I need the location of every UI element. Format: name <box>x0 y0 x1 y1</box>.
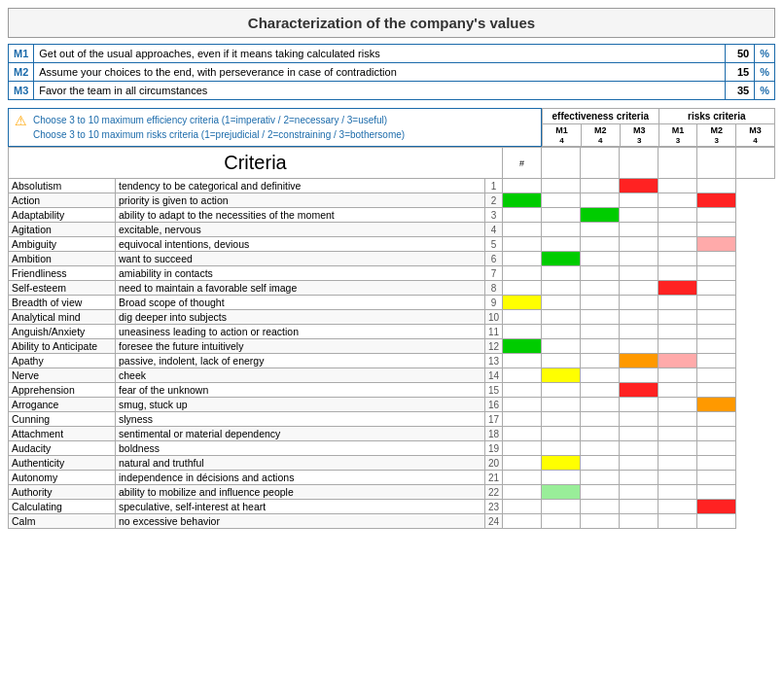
risk-m2-cell[interactable] <box>658 252 697 266</box>
risk-m2-cell[interactable] <box>658 208 697 223</box>
risk-m2-cell[interactable] <box>658 179 697 193</box>
risk-m3-cell[interactable] <box>697 266 736 281</box>
risk-m3-cell[interactable] <box>697 281 736 296</box>
risk-m1-cell[interactable] <box>620 456 658 471</box>
risk-m1-cell[interactable] <box>620 223 658 237</box>
eff-m2-cell[interactable] <box>542 223 581 237</box>
eff-m2-cell[interactable] <box>542 398 581 412</box>
risk-m1-cell[interactable] <box>620 514 658 529</box>
risk-m1-cell[interactable] <box>620 296 658 310</box>
eff-m3-cell[interactable] <box>581 500 620 514</box>
risk-m3-cell[interactable] <box>697 471 736 485</box>
eff-m3-cell[interactable] <box>581 368 620 383</box>
eff-m1-cell[interactable] <box>503 179 542 193</box>
eff-m2-cell[interactable] <box>542 339 581 354</box>
risk-m3-cell[interactable] <box>697 383 736 398</box>
risk-m3-cell[interactable] <box>697 208 736 223</box>
risk-m2-cell[interactable] <box>658 471 697 485</box>
eff-m1-cell[interactable] <box>503 266 542 281</box>
eff-m2-cell[interactable] <box>542 281 581 296</box>
risk-m1-cell[interactable] <box>620 252 658 266</box>
eff-m2-cell[interactable] <box>542 427 581 441</box>
risk-m1-cell[interactable] <box>620 383 658 398</box>
eff-m1-cell[interactable] <box>503 368 542 383</box>
eff-m1-cell[interactable] <box>503 412 542 427</box>
eff-m2-cell[interactable] <box>542 296 581 310</box>
risk-m2-cell[interactable] <box>658 398 697 412</box>
eff-m1-cell[interactable] <box>503 310 542 325</box>
eff-m1-cell[interactable] <box>503 296 542 310</box>
eff-m3-cell[interactable] <box>581 456 620 471</box>
risk-m1-cell[interactable] <box>620 237 658 252</box>
risk-m3-cell[interactable] <box>697 179 736 193</box>
eff-m2-cell[interactable] <box>542 368 581 383</box>
risk-m3-cell[interactable] <box>697 193 736 208</box>
risk-m3-cell[interactable] <box>697 368 736 383</box>
risk-m2-cell[interactable] <box>658 296 697 310</box>
risk-m1-cell[interactable] <box>620 193 658 208</box>
eff-m3-cell[interactable] <box>581 266 620 281</box>
risk-m1-cell[interactable] <box>620 427 658 441</box>
risk-m2-cell[interactable] <box>658 456 697 471</box>
eff-m1-cell[interactable] <box>503 281 542 296</box>
eff-m3-cell[interactable] <box>581 193 620 208</box>
eff-m2-cell[interactable] <box>542 237 581 252</box>
eff-m1-cell[interactable] <box>503 208 542 223</box>
eff-m1-cell[interactable] <box>503 325 542 339</box>
eff-m2-cell[interactable] <box>542 193 581 208</box>
risk-m2-cell[interactable] <box>658 310 697 325</box>
eff-m2-cell[interactable] <box>542 514 581 529</box>
risk-m1-cell[interactable] <box>620 179 658 193</box>
risk-m3-cell[interactable] <box>697 252 736 266</box>
eff-m3-cell[interactable] <box>581 398 620 412</box>
eff-m2-cell[interactable] <box>542 471 581 485</box>
risk-m1-cell[interactable] <box>620 500 658 514</box>
risk-m3-cell[interactable] <box>697 485 736 500</box>
risk-m3-cell[interactable] <box>697 354 736 368</box>
risk-m3-cell[interactable] <box>697 296 736 310</box>
risk-m1-cell[interactable] <box>620 281 658 296</box>
eff-m2-cell[interactable] <box>542 485 581 500</box>
risk-m3-cell[interactable] <box>697 237 736 252</box>
risk-m2-cell[interactable] <box>658 339 697 354</box>
eff-m1-cell[interactable] <box>503 456 542 471</box>
risk-m1-cell[interactable] <box>620 441 658 456</box>
eff-m3-cell[interactable] <box>581 252 620 266</box>
risk-m1-cell[interactable] <box>620 354 658 368</box>
eff-m2-cell[interactable] <box>542 179 581 193</box>
eff-m2-cell[interactable] <box>542 208 581 223</box>
risk-m2-cell[interactable] <box>658 223 697 237</box>
risk-m3-cell[interactable] <box>697 412 736 427</box>
risk-m1-cell[interactable] <box>620 339 658 354</box>
eff-m1-cell[interactable] <box>503 383 542 398</box>
risk-m2-cell[interactable] <box>658 485 697 500</box>
risk-m2-cell[interactable] <box>658 500 697 514</box>
eff-m1-cell[interactable] <box>503 441 542 456</box>
risk-m2-cell[interactable] <box>658 193 697 208</box>
risk-m2-cell[interactable] <box>658 281 697 296</box>
risk-m1-cell[interactable] <box>620 325 658 339</box>
eff-m2-cell[interactable] <box>542 310 581 325</box>
risk-m3-cell[interactable] <box>697 310 736 325</box>
eff-m1-cell[interactable] <box>503 223 542 237</box>
eff-m2-cell[interactable] <box>542 266 581 281</box>
eff-m3-cell[interactable] <box>581 296 620 310</box>
eff-m2-cell[interactable] <box>542 456 581 471</box>
risk-m1-cell[interactable] <box>620 398 658 412</box>
eff-m1-cell[interactable] <box>503 339 542 354</box>
risk-m3-cell[interactable] <box>697 456 736 471</box>
risk-m3-cell[interactable] <box>697 514 736 529</box>
risk-m3-cell[interactable] <box>697 427 736 441</box>
eff-m1-cell[interactable] <box>503 193 542 208</box>
eff-m2-cell[interactable] <box>542 325 581 339</box>
eff-m3-cell[interactable] <box>581 485 620 500</box>
eff-m2-cell[interactable] <box>542 441 581 456</box>
eff-m3-cell[interactable] <box>581 514 620 529</box>
risk-m2-cell[interactable] <box>658 368 697 383</box>
risk-m2-cell[interactable] <box>658 266 697 281</box>
risk-m1-cell[interactable] <box>620 485 658 500</box>
risk-m3-cell[interactable] <box>697 223 736 237</box>
risk-m3-cell[interactable] <box>697 500 736 514</box>
eff-m1-cell[interactable] <box>503 471 542 485</box>
eff-m3-cell[interactable] <box>581 471 620 485</box>
